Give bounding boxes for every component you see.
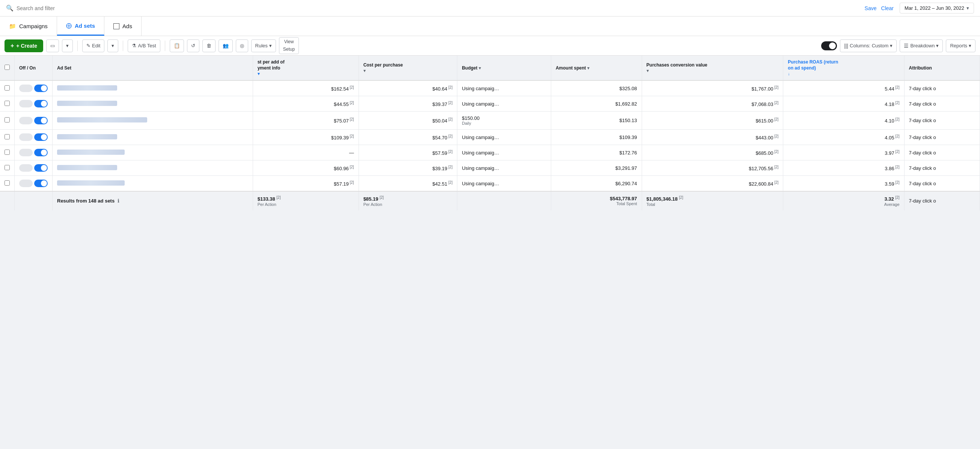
cost-purchase-sup: [2] (447, 85, 452, 89)
row-cost-add-cell: $162.54 [2] (253, 80, 359, 96)
pcv-sup: [2] (773, 181, 778, 184)
row-budget-cell: Using campaig… (457, 176, 551, 192)
select-all-checkbox[interactable] (5, 65, 10, 70)
row-budget-cell: Using campaig… (457, 80, 551, 96)
footer-roas-sub: Average (788, 202, 899, 207)
edit-dropdown[interactable]: ▾ (107, 40, 118, 52)
clipboard-button[interactable]: 📋 (170, 40, 184, 52)
cost-add-sup: [2] (349, 181, 354, 184)
row-checkbox[interactable] (5, 134, 10, 139)
row-toggle[interactable] (34, 164, 48, 172)
tab-adsets[interactable]: ⨁ Ad sets (57, 16, 104, 36)
row-roas-cell: 4.10 [2] (783, 112, 904, 129)
row-checkbox[interactable] (5, 150, 10, 155)
col-header-cost-add[interactable]: st per add ofyment info ▾ (253, 56, 359, 80)
row-checkbox-cell[interactable] (0, 145, 14, 160)
columns-button[interactable]: ||| Columns: Custom ▾ (840, 40, 897, 52)
row-adset-cell[interactable] (52, 176, 253, 192)
row-toggle[interactable] (34, 85, 48, 92)
row-checkbox[interactable] (5, 165, 10, 170)
date-range-label: Mar 1, 2022 – Jun 30, 2022 (905, 5, 964, 11)
row-checkbox-cell[interactable] (0, 80, 14, 96)
cost-purchase-sup: [2] (447, 165, 452, 169)
breakdown-button[interactable]: ☰ Breakdown ▾ (900, 40, 943, 52)
row-adset-cell[interactable] (52, 129, 253, 145)
amount-sort-icon: ▾ (587, 66, 590, 70)
reports-button[interactable]: Reports ▾ (946, 40, 975, 52)
row-toggle[interactable] (34, 149, 48, 156)
row-roas-cell: 5.44 [2] (783, 80, 904, 96)
row-adset-cell[interactable] (52, 96, 253, 112)
col-header-checkbox[interactable] (0, 56, 14, 80)
view-setup-button[interactable]: View Setup (279, 37, 299, 54)
pcv-sup: [2] (773, 134, 778, 138)
date-range-picker[interactable]: Mar 1, 2022 – Jun 30, 2022 ▾ (900, 3, 974, 14)
roas-sup: [2] (894, 85, 900, 89)
row-roas-cell: 4.05 [2] (783, 129, 904, 145)
col-header-budget[interactable]: Budget ▾ (457, 56, 551, 80)
row-pcv-cell: $685.00 [2] (642, 145, 783, 160)
amount-value: $172.76 (620, 150, 637, 155)
breakdown-label: Breakdown (910, 43, 935, 48)
info-icon[interactable]: ℹ (118, 198, 119, 204)
duplicate-dropdown[interactable]: ▾ (62, 40, 73, 52)
row-adset-cell[interactable] (52, 112, 253, 129)
row-checkbox-cell[interactable] (0, 176, 14, 192)
clear-link[interactable]: Clear (881, 5, 894, 11)
row-toggle[interactable] (34, 100, 48, 107)
delete-button[interactable]: 🗑 (202, 40, 216, 52)
pcv-value: $12,705.56 (749, 166, 773, 171)
view-toggle[interactable] (821, 42, 837, 50)
cost-purchase-sort-icon: ▾ (363, 69, 366, 73)
row-toggle-cell (14, 160, 52, 176)
row-checkbox-cell[interactable] (0, 129, 14, 145)
footer-attribution-value: 7-day click o (909, 198, 936, 204)
footer-roas-cell: 3.32 [2] Average (783, 191, 904, 210)
pcv-value: $22,600.84 (749, 181, 773, 187)
columns-chevron-icon: ▾ (890, 43, 892, 48)
row-checkbox[interactable] (5, 85, 10, 91)
col-header-roas[interactable]: Purchase ROAS (returnon ad spend) ↓ (783, 56, 904, 80)
row-checkbox-cell[interactable] (0, 96, 14, 112)
col-header-amount-spent[interactable]: Amount spent ▾ (551, 56, 642, 80)
row-checkbox[interactable] (5, 101, 10, 106)
budget-value: Using campaig… (462, 181, 499, 186)
reports-chevron-icon: ▾ (969, 43, 971, 48)
row-checkbox[interactable] (5, 117, 10, 123)
tab-campaigns[interactable]: 📁 Campaigns (0, 16, 57, 36)
row-toggle[interactable] (34, 133, 48, 141)
col-header-attribution[interactable]: Attribution (904, 56, 980, 80)
row-adset-cell[interactable] (52, 145, 253, 160)
row-checkbox-cell[interactable] (0, 112, 14, 129)
row-adset-cell[interactable] (52, 80, 253, 96)
ab-test-button[interactable]: ⚗ A/B Test (128, 40, 160, 52)
col-header-adset[interactable]: Ad Set (52, 56, 253, 80)
search-input[interactable] (16, 5, 865, 11)
setup-label: Setup (283, 46, 295, 53)
row-toggle-cell (14, 129, 52, 145)
row-checkbox-cell[interactable] (0, 160, 14, 176)
save-link[interactable]: Save (865, 5, 877, 11)
people-icon: 👥 (223, 43, 229, 48)
row-adset-cell[interactable] (52, 160, 253, 176)
tab-ads[interactable]: Ads (104, 16, 142, 36)
footer-pcv-cell: $1,805,346.18 [2] Total (642, 191, 783, 210)
targeting-button[interactable]: ◎ (236, 40, 248, 52)
row-toggle[interactable] (34, 117, 48, 125)
audience-button[interactable]: 👥 (218, 40, 233, 52)
duplicate-button[interactable]: ▭ (46, 40, 59, 52)
col-header-pcv[interactable]: Purchases conversion value ▾ (642, 56, 783, 80)
col-header-cost-purchase[interactable]: Cost per purchase ▾ (359, 56, 457, 80)
row-checkbox[interactable] (5, 181, 10, 185)
rules-button[interactable]: Rules ▾ (251, 40, 276, 52)
create-button[interactable]: + + Create (5, 40, 43, 52)
edit-button[interactable]: ✎ Edit (82, 40, 104, 52)
adset-name-blurred (57, 85, 117, 91)
cost-purchase-sup: [2] (447, 134, 452, 138)
budget-value: Using campaig… (462, 150, 499, 155)
col-header-toggle[interactable]: Off / On (14, 56, 52, 80)
row-toggle[interactable] (34, 180, 48, 187)
budget-value: Using campaig… (462, 165, 499, 171)
undo-button[interactable]: ↺ (187, 40, 199, 52)
roas-value: 3.59 (885, 181, 894, 187)
